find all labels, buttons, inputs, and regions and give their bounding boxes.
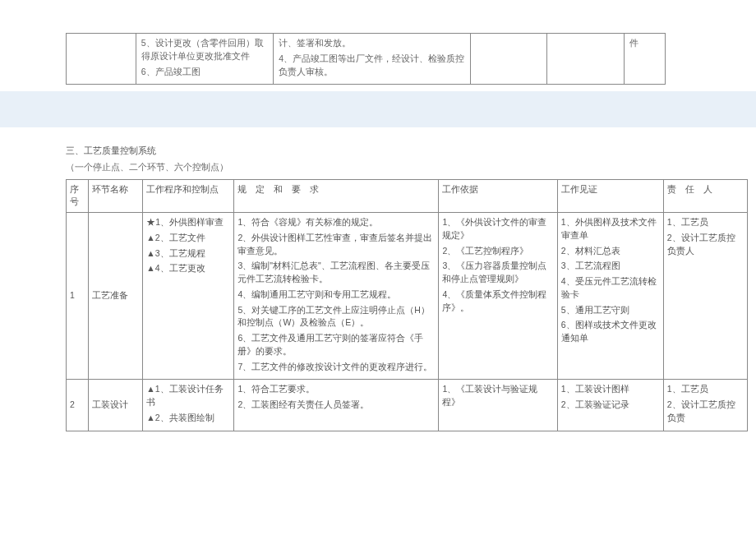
list-item: 7、工艺文件的修改按设计文件的更改程序进行。 bbox=[237, 361, 435, 374]
list-item: 6、图样或技术文件更改通知单 bbox=[561, 319, 660, 345]
cell-hj: 工装设计 bbox=[88, 380, 143, 431]
cell-zr: 1、工艺员 2、设计工艺质控负责 bbox=[663, 380, 747, 431]
th-gc: 工作程序和控制点 bbox=[143, 179, 234, 213]
main-table: 序号 环节名称 工作程序和控制点 规 定 和 要 求 工作依据 工作见证 责 任… bbox=[66, 179, 748, 431]
list-item: 2、工装图经有关责任人员签署。 bbox=[237, 399, 435, 412]
list-item: 3、《压力容器质量控制点和停止点管理规则》 bbox=[442, 260, 553, 286]
cell-xh: 1 bbox=[67, 213, 89, 380]
list-item: ▲4、工艺更改 bbox=[146, 262, 230, 275]
top-col6: 件 bbox=[629, 38, 638, 48]
list-item: 2、设计工艺质控负责人 bbox=[667, 232, 744, 258]
cell-jz: 1、外供图样及技术文件审查单 2、材料汇总表 3、工艺流程图 4、受压元件工艺流… bbox=[557, 213, 663, 380]
top-col2-line2: 6、产品竣工图 bbox=[141, 66, 269, 79]
table-row: 1 工艺准备 ★1、外供图样审查 ▲2、工艺文件 ▲3、工艺规程 ▲4、工艺更改… bbox=[67, 213, 748, 380]
top-col2-line1: 5、设计更改（含零件回用）取得原设计单位更改批准文件 bbox=[141, 37, 269, 63]
th-yj: 工作依据 bbox=[439, 179, 557, 213]
th-gd: 规 定 和 要 求 bbox=[234, 179, 439, 213]
list-item: ★1、外供图样审查 bbox=[146, 216, 230, 229]
cell-gc: ▲1、工装设计任务书 ▲2、共装图绘制 bbox=[143, 380, 234, 431]
list-item: 1、工艺员 bbox=[667, 383, 744, 396]
cell-gc: ★1、外供图样审查 ▲2、工艺文件 ▲3、工艺规程 ▲4、工艺更改 bbox=[143, 213, 234, 380]
separator-band bbox=[0, 91, 756, 127]
cell-jz: 1、工装设计图样 2、工装验证记录 bbox=[557, 380, 663, 431]
list-item: 2、材料汇总表 bbox=[561, 245, 660, 258]
list-item: 4、《质量体系文件控制程序》。 bbox=[442, 288, 553, 315]
list-item: 1、工装设计图样 bbox=[561, 383, 660, 396]
cell-yj: 1、《工装设计与验证规程》 bbox=[439, 380, 557, 431]
list-item: 1、符合《容规》有关标准的规定。 bbox=[237, 216, 435, 229]
list-item: ▲3、工艺规程 bbox=[146, 247, 230, 261]
list-item: ▲1、工装设计任务书 bbox=[146, 383, 230, 409]
cell-yj: 1、《外供设计文件的审查规定》 2、《工艺控制程序》 3、《压力容器质量控制点和… bbox=[439, 213, 557, 380]
list-item: ▲2、工艺文件 bbox=[146, 232, 230, 245]
list-item: 2、工装验证记录 bbox=[561, 399, 660, 412]
cell-gd: 1、符合工艺要求。 2、工装图经有关责任人员签署。 bbox=[234, 380, 439, 431]
cell-zr: 1、工艺员 2、设计工艺质控负责人 bbox=[663, 213, 747, 380]
top-col3-line2: 4、产品竣工图等出厂文件，经设计、检验质控负责人审核。 bbox=[279, 53, 464, 79]
list-item: 1、工艺员 bbox=[667, 216, 744, 229]
list-item: 6、工艺文件及通用工艺守则的签署应符合《手册》的要求。 bbox=[237, 332, 435, 358]
cell-xh: 2 bbox=[67, 380, 89, 431]
th-hj: 环节名称 bbox=[88, 179, 143, 213]
top-fragment-table: 5、设计更改（含零件回用）取得原设计单位更改批准文件 6、产品竣工图 计、签署和… bbox=[66, 33, 666, 85]
table-row: 2 工装设计 ▲1、工装设计任务书 ▲2、共装图绘制 1、符合工艺要求。 2、工… bbox=[67, 380, 748, 431]
list-item: 2、设计工艺质控负责 bbox=[667, 399, 744, 425]
th-jz: 工作见证 bbox=[557, 179, 663, 213]
list-item: 5、通用工艺守则 bbox=[561, 304, 660, 317]
list-item: 4、编制通用工艺守则和专用工艺规程。 bbox=[237, 288, 435, 302]
list-item: 3、工艺流程图 bbox=[561, 260, 660, 273]
list-item: 2、外供设计图样工艺性审查，审查后签名并提出审查意见。 bbox=[237, 232, 435, 258]
list-item: 3、编制"材料汇总表"、工艺流程图、各主要受压元件工艺流转检验卡。 bbox=[237, 260, 435, 286]
table-header-row: 序号 环节名称 工作程序和控制点 规 定 和 要 求 工作依据 工作见证 责 任… bbox=[67, 179, 748, 213]
list-item: 2、《工艺控制程序》 bbox=[442, 245, 553, 258]
list-item: ▲2、共装图绘制 bbox=[146, 412, 230, 425]
list-item: 1、外供图样及技术文件审查单 bbox=[561, 216, 660, 242]
list-item: 4、受压元件工艺流转检验卡 bbox=[561, 275, 660, 302]
section-title: 三、工艺质量控制系统 bbox=[66, 144, 756, 158]
th-xh: 序号 bbox=[67, 179, 89, 213]
top-col3-line1: 计、签署和发放。 bbox=[279, 37, 464, 50]
list-item: 1、符合工艺要求。 bbox=[237, 383, 435, 396]
list-item: 1、《外供设计文件的审查规定》 bbox=[442, 216, 553, 242]
cell-gd: 1、符合《容规》有关标准的规定。 2、外供设计图样工艺性审查，审查后签名并提出审… bbox=[234, 213, 439, 380]
list-item: 1、《工装设计与验证规程》 bbox=[442, 383, 553, 409]
cell-hj: 工艺准备 bbox=[88, 213, 143, 380]
list-item: 5、对关键工序的工艺文件上应注明停止点（H）和控制点（W）及检验点（E）。 bbox=[237, 304, 435, 330]
section-subtitle: （一个停止点、二个环节、六个控制点） bbox=[66, 161, 756, 174]
th-zr: 责 任 人 bbox=[663, 179, 747, 213]
